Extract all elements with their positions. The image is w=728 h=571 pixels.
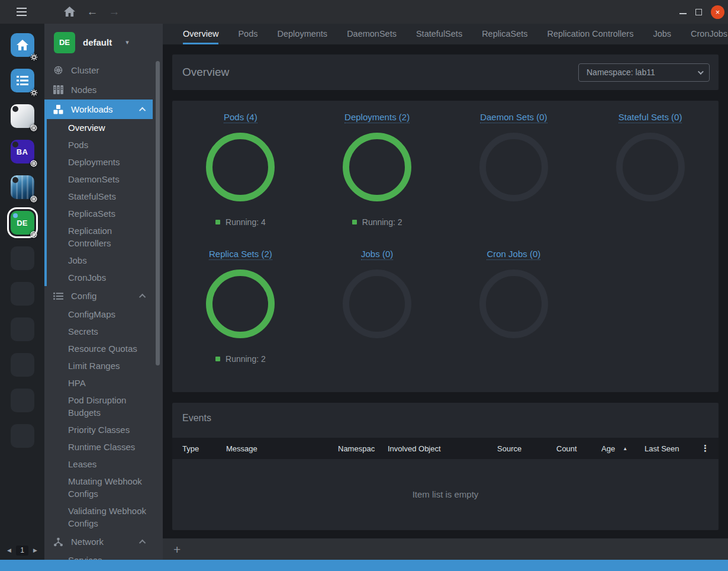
back-icon: ←	[87, 5, 98, 18]
tab-pods[interactable]: Pods	[238, 24, 257, 44]
status-cell-jobs: Jobs (0)	[309, 248, 446, 364]
rail-placeholder-slot	[11, 282, 34, 306]
sidebar-subitem-configmaps[interactable]: ConfigMaps	[44, 306, 163, 323]
sidebar-subitem-resource-quotas[interactable]: Resource Quotas	[44, 340, 163, 357]
namespace-select[interactable]: Namespace: lab11	[578, 63, 710, 82]
sidebar-subitem-pods[interactable]: Pods	[47, 136, 163, 153]
rail-placeholder-slot	[11, 353, 34, 377]
sidebar-item-workloads[interactable]: Workloads	[44, 100, 153, 119]
workload-status-card: Pods (4) Running: 4 Deployments (2) Runn…	[172, 101, 719, 392]
close-button[interactable]: ×	[711, 5, 724, 19]
sidebar-subitem-services[interactable]: Services	[44, 551, 163, 560]
page-content: Overview Namespace: lab11 Pods (4) Runni…	[163, 44, 728, 538]
chevron-up-icon	[139, 107, 146, 113]
events-table-header: Type Message Namespac Involved Object So…	[172, 438, 719, 459]
chevron-up-icon	[139, 293, 146, 300]
kubernetes-wheel-icon	[30, 230, 38, 239]
sidebar-subitem-replication-controllers[interactable]: Replication Controllers	[47, 222, 163, 252]
deployments-link[interactable]: Deployments (2)	[344, 111, 410, 123]
sidebar-subitem-daemonsets[interactable]: DaemonSets	[47, 171, 163, 188]
tab-statefulsets[interactable]: StatefulSets	[416, 24, 462, 44]
cluster-connected-dot	[13, 213, 18, 218]
tab-daemonsets[interactable]: DaemonSets	[347, 24, 397, 44]
cluster-switcher[interactable]: DE default ▾	[44, 24, 163, 60]
nav-back-button[interactable]: ←	[84, 0, 101, 24]
sidebar-item-cluster[interactable]: Cluster	[44, 60, 153, 80]
workload-status-row-2: Replica Sets (2) Running: 2 Jobs (0) Cro…	[172, 248, 719, 364]
column-header-type[interactable]: Type	[182, 444, 226, 453]
tab-deployments[interactable]: Deployments	[278, 24, 328, 44]
add-tab-icon[interactable]: +	[173, 543, 181, 556]
sidebar-subitem-overview[interactable]: Overview	[47, 119, 163, 136]
column-settings-menu-icon[interactable]: ⋮	[692, 443, 719, 454]
rail-cluster-dove[interactable]	[11, 104, 34, 128]
rail-cluster-servers[interactable]	[11, 175, 34, 199]
cluster-status-dot	[12, 177, 18, 183]
column-header-source[interactable]: Source	[497, 444, 556, 453]
tab-cronjobs[interactable]: CronJobs	[691, 24, 727, 44]
sidebar-subitem-cronjobs[interactable]: CronJobs	[47, 269, 163, 286]
minimize-button[interactable]	[679, 13, 687, 14]
rail-placeholder-slot	[11, 317, 34, 341]
replicasets-link[interactable]: Replica Sets (2)	[209, 248, 272, 260]
page-prev-icon[interactable]: ◀	[7, 547, 11, 553]
column-header-message[interactable]: Message	[226, 444, 338, 453]
statefulsets-link[interactable]: Stateful Sets (0)	[619, 111, 682, 123]
jobs-link[interactable]: Jobs (0)	[361, 248, 393, 260]
pods-donut-chart	[206, 133, 275, 201]
events-card: Events Type Message Namespac Involved Ob…	[172, 403, 719, 530]
replicasets-donut-chart	[206, 270, 275, 338]
sidebar-subitem-leases[interactable]: Leases	[44, 455, 163, 473]
sidebar-item-label: Cluster	[71, 65, 99, 75]
nav-forward-button[interactable]: →	[106, 0, 123, 24]
sidebar-item-nodes[interactable]: Nodes	[44, 80, 153, 100]
status-cell-statefulsets: Stateful Sets (0)	[582, 111, 719, 227]
pods-link[interactable]: Pods (4)	[224, 111, 257, 123]
column-header-involved-object[interactable]: Involved Object	[388, 444, 497, 453]
nodes-icon	[53, 85, 63, 94]
sidebar-subitem-validating-webhook-configs[interactable]: Validating Webhook Configs	[44, 502, 163, 532]
tab-overview[interactable]: Overview	[183, 24, 218, 44]
page-next-icon[interactable]: ▶	[33, 547, 37, 553]
sidebar-scrollbar[interactable]	[156, 61, 160, 365]
sidebar-subitem-jobs[interactable]: Jobs	[47, 252, 163, 269]
events-empty-message: Item list is empty	[172, 459, 719, 530]
tab-replication-controllers[interactable]: Replication Controllers	[547, 24, 634, 44]
sidebar-subitem-mutating-webhook-configs[interactable]: Mutating Webhook Configs	[44, 473, 163, 502]
lens-app-window: ← → ×	[0, 0, 728, 571]
column-header-count[interactable]: Count	[556, 444, 601, 453]
sidebar-subitem-limit-ranges[interactable]: Limit Ranges	[44, 357, 163, 374]
column-header-age[interactable]: Age ▲	[601, 444, 645, 453]
sidebar-subitem-secrets[interactable]: Secrets	[44, 323, 163, 340]
tab-jobs[interactable]: Jobs	[653, 24, 671, 44]
rail-home-button[interactable]	[11, 33, 34, 57]
cronjobs-link[interactable]: Cron Jobs (0)	[487, 248, 540, 260]
rail-cluster-de-active[interactable]: DE	[11, 211, 34, 235]
status-cell-replicasets: Replica Sets (2) Running: 2	[172, 248, 309, 364]
rail-cluster-ba[interactable]: BA	[11, 140, 34, 163]
tab-replicasets[interactable]: ReplicaSets	[482, 24, 527, 44]
cluster-avatar: DE	[54, 32, 75, 53]
column-header-namespace[interactable]: Namespac	[338, 444, 388, 453]
maximize-button[interactable]	[695, 9, 702, 15]
app-menu-icon[interactable]	[17, 8, 27, 16]
sidebar-subitem-statefulsets[interactable]: StatefulSets	[47, 188, 163, 205]
cluster-rail: BA DE ◀ 1 ▶	[0, 24, 44, 560]
home-button[interactable]	[61, 0, 78, 24]
sidebar-subitem-deployments[interactable]: Deployments	[47, 153, 163, 171]
sidebar-item-config[interactable]: Config	[44, 286, 153, 306]
pods-legend: Running: 4	[215, 217, 266, 227]
column-header-last-seen[interactable]: Last Seen	[645, 444, 692, 453]
workloads-submenu: Overview Pods Deployments DaemonSets Sta…	[44, 119, 163, 286]
cluster-initials: BA	[17, 147, 28, 156]
rail-catalog-button[interactable]	[11, 69, 34, 92]
cluster-status-dot	[12, 106, 18, 112]
jobs-donut-chart	[343, 270, 411, 338]
sidebar-item-network[interactable]: Network	[44, 532, 153, 551]
sidebar-subitem-hpa[interactable]: HPA	[44, 374, 163, 392]
sidebar-subitem-replicasets[interactable]: ReplicaSets	[47, 205, 163, 222]
daemonsets-link[interactable]: Daemon Sets (0)	[480, 111, 547, 123]
sidebar-subitem-runtime-classes[interactable]: Runtime Classes	[44, 438, 163, 455]
sidebar-subitem-priority-classes[interactable]: Priority Classes	[44, 421, 163, 438]
sidebar-subitem-pod-disruption-budgets[interactable]: Pod Disruption Budgets	[44, 392, 163, 421]
